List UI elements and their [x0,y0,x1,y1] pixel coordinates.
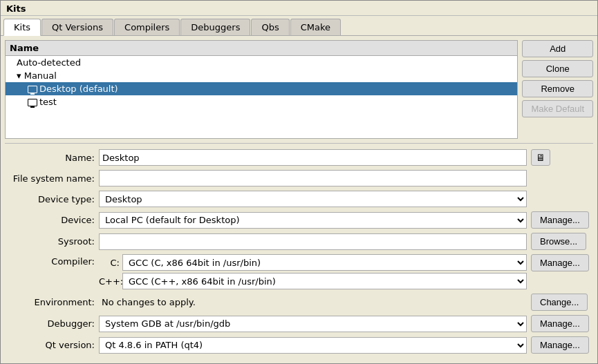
name-input[interactable] [99,149,527,166]
tree-item-manual[interactable]: ▾ Manual [6,69,517,82]
filesystem-input[interactable] [99,170,527,186]
desktop-icon [28,86,37,93]
device-type-select[interactable]: Desktop [99,191,527,207]
tab-kits[interactable]: Kits [3,19,41,36]
name-row: Name: 🖥 [12,149,586,166]
tree-header: Name [6,41,517,56]
tab-compilers[interactable]: Compilers [114,19,180,35]
debugger-manage-button[interactable]: Manage... [531,315,589,332]
debugger-field-wrapper: System GDB at /usr/bin/gdb [99,316,527,332]
sysroot-field-wrapper [99,233,527,250]
qt-version-row: Qt version: Qt 4.8.6 in PATH (qt4) Manag… [12,336,586,354]
kit-tree: Name Auto-detected ▾ Manual Desktop (def… [5,40,518,139]
tab-qbs[interactable]: Qbs [251,19,289,35]
compiler-row: Compiler: C: GCC (C, x86 64bit in /usr/b… [12,254,586,289]
tree-item-auto-detected[interactable]: Auto-detected [6,56,517,69]
compiler-manage-button[interactable]: Manage... [531,254,589,271]
name-field-wrapper [99,149,527,166]
environment-value: No changes to apply. [99,296,527,309]
qt-version-manage-button[interactable]: Manage... [531,336,589,354]
filesystem-field-wrapper [99,170,527,186]
qt-version-field-wrapper: Qt 4.8.6 in PATH (qt4) [99,337,527,354]
kit-form: Name: 🖥 File system name: [5,143,593,359]
environment-label: Environment: [12,297,95,307]
environment-row: Environment: No changes to apply. Change… [12,294,586,311]
tree-action-buttons: Add Clone Remove Make Default [522,40,593,139]
tree-item-test[interactable]: test [6,95,517,108]
device-select[interactable]: Local PC (default for Desktop) [99,212,527,229]
sysroot-browse-button[interactable]: Browse... [531,233,586,250]
make-default-button[interactable]: Make Default [522,100,593,117]
environment-change-button[interactable]: Change... [531,294,588,311]
debugger-select[interactable]: System GDB at /usr/bin/gdb [99,316,527,332]
tab-qt-versions[interactable]: Qt Versions [41,19,113,35]
device-label: Device: [12,215,95,225]
sysroot-row: Sysroot: Browse... [12,233,586,250]
clone-button[interactable]: Clone [522,60,593,77]
compiler-cpp-label: C++: [99,276,120,287]
name-label: Name: [12,153,95,163]
tree-item-desktop[interactable]: Desktop (default) [6,82,517,95]
compiler-cpp-select[interactable]: GCC (C++, x86 64bit in /usr/bin) [122,273,527,289]
compiler-c-select[interactable]: GCC (C, x86 64bit in /usr/bin) [122,254,527,271]
device-type-field-wrapper: Desktop [99,191,527,207]
device-field-wrapper: Local PC (default for Desktop) [99,212,527,229]
sysroot-input[interactable] [99,233,527,250]
device-type-row: Device type: Desktop [12,191,586,207]
filesystem-label: File system name: [12,173,95,184]
compiler-label: Compiler: [12,256,95,267]
test-icon [28,99,37,106]
kits-window: Kits Kits Qt Versions Compilers Debugger… [0,0,598,364]
tab-bar: Kits Qt Versions Compilers Debuggers Qbs… [1,16,597,36]
tab-cmake[interactable]: CMake [290,19,341,35]
tab-debuggers[interactable]: Debuggers [180,19,250,35]
debugger-row: Debugger: System GDB at /usr/bin/gdb Man… [12,315,586,332]
filesystem-row: File system name: [12,170,586,186]
debugger-label: Debugger: [12,318,95,329]
add-button[interactable]: Add [522,40,593,57]
qt-version-label: Qt version: [12,340,95,350]
name-monitor-button[interactable]: 🖥 [531,149,550,166]
device-row: Device: Local PC (default for Desktop) M… [12,211,586,229]
main-content: Name Auto-detected ▾ Manual Desktop (def… [1,36,597,363]
compiler-c-label: C: [99,258,120,268]
sysroot-label: Sysroot: [12,236,95,247]
device-type-label: Device type: [12,194,95,204]
tree-body: Auto-detected ▾ Manual Desktop (default) [6,56,517,138]
device-manage-button[interactable]: Manage... [531,211,589,229]
compiler-fields: C: GCC (C, x86 64bit in /usr/bin) C++: G… [99,254,527,289]
window-title: Kits [1,1,597,16]
qt-version-select[interactable]: Qt 4.8.6 in PATH (qt4) [99,337,527,354]
remove-button[interactable]: Remove [522,80,593,97]
